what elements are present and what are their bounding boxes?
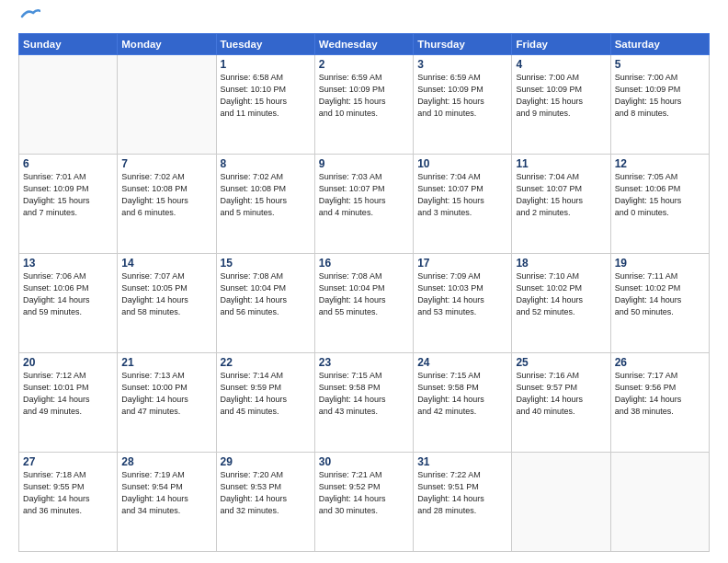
calendar-cell: 21Sunrise: 7:13 AM Sunset: 10:00 PM Dayl… — [118, 353, 216, 453]
day-info: Sunrise: 7:15 AM Sunset: 9:58 PM Dayligh… — [319, 370, 409, 418]
col-header-friday: Friday — [512, 34, 610, 55]
day-info: Sunrise: 7:07 AM Sunset: 10:05 PM Daylig… — [121, 270, 211, 318]
day-info: Sunrise: 7:16 AM Sunset: 9:57 PM Dayligh… — [516, 370, 606, 418]
calendar-cell: 31Sunrise: 7:22 AM Sunset: 9:51 PM Dayli… — [414, 453, 512, 552]
day-number: 8 — [221, 157, 311, 170]
day-info: Sunrise: 7:02 AM Sunset: 10:08 PM Daylig… — [121, 171, 211, 219]
calendar-week-row: 1Sunrise: 6:58 AM Sunset: 10:10 PM Dayli… — [19, 55, 710, 155]
col-header-monday: Monday — [118, 34, 216, 55]
logo-bird-icon — [20, 7, 40, 24]
calendar-cell — [610, 453, 709, 552]
calendar-cell: 12Sunrise: 7:05 AM Sunset: 10:06 PM Dayl… — [610, 155, 709, 254]
day-info: Sunrise: 7:04 AM Sunset: 10:07 PM Daylig… — [516, 171, 606, 219]
calendar-cell: 23Sunrise: 7:15 AM Sunset: 9:58 PM Dayli… — [314, 353, 413, 453]
calendar-cell: 5Sunrise: 7:00 AM Sunset: 10:09 PM Dayli… — [610, 55, 709, 155]
day-number: 2 — [319, 58, 409, 71]
day-info: Sunrise: 6:59 AM Sunset: 10:09 PM Daylig… — [319, 72, 409, 120]
day-number: 20 — [23, 356, 113, 369]
day-info: Sunrise: 7:17 AM Sunset: 9:56 PM Dayligh… — [615, 370, 705, 418]
calendar-cell: 3Sunrise: 6:59 AM Sunset: 10:09 PM Dayli… — [414, 55, 512, 155]
day-number: 31 — [417, 455, 507, 468]
calendar-cell: 11Sunrise: 7:04 AM Sunset: 10:07 PM Dayl… — [512, 155, 610, 254]
day-info: Sunrise: 7:10 AM Sunset: 10:02 PM Daylig… — [516, 270, 606, 318]
calendar-cell: 14Sunrise: 7:07 AM Sunset: 10:05 PM Dayl… — [118, 254, 216, 353]
day-info: Sunrise: 7:09 AM Sunset: 10:03 PM Daylig… — [417, 270, 507, 318]
calendar-header-row: SundayMondayTuesdayWednesdayThursdayFrid… — [19, 34, 710, 55]
day-info: Sunrise: 7:18 AM Sunset: 9:55 PM Dayligh… — [23, 469, 113, 517]
day-number: 10 — [417, 157, 507, 170]
day-number: 16 — [319, 257, 409, 270]
calendar-table: SundayMondayTuesdayWednesdayThursdayFrid… — [18, 33, 710, 552]
day-info: Sunrise: 7:20 AM Sunset: 9:53 PM Dayligh… — [221, 469, 311, 517]
day-info: Sunrise: 6:58 AM Sunset: 10:10 PM Daylig… — [221, 72, 311, 120]
calendar-cell: 16Sunrise: 7:08 AM Sunset: 10:04 PM Dayl… — [314, 254, 413, 353]
day-number: 17 — [417, 257, 507, 270]
day-info: Sunrise: 7:03 AM Sunset: 10:07 PM Daylig… — [319, 171, 409, 219]
day-number: 21 — [121, 356, 211, 369]
day-info: Sunrise: 7:01 AM Sunset: 10:09 PM Daylig… — [23, 171, 113, 219]
day-info: Sunrise: 7:00 AM Sunset: 10:09 PM Daylig… — [615, 72, 705, 120]
calendar-week-row: 20Sunrise: 7:12 AM Sunset: 10:01 PM Dayl… — [19, 353, 710, 453]
calendar-week-row: 6Sunrise: 7:01 AM Sunset: 10:09 PM Dayli… — [19, 155, 710, 254]
day-info: Sunrise: 7:13 AM Sunset: 10:00 PM Daylig… — [121, 370, 211, 418]
calendar-cell: 18Sunrise: 7:10 AM Sunset: 10:02 PM Dayl… — [512, 254, 610, 353]
day-number: 3 — [417, 58, 507, 71]
day-number: 29 — [221, 455, 311, 468]
day-info: Sunrise: 7:08 AM Sunset: 10:04 PM Daylig… — [319, 270, 409, 318]
calendar-cell: 9Sunrise: 7:03 AM Sunset: 10:07 PM Dayli… — [314, 155, 413, 254]
calendar-cell: 28Sunrise: 7:19 AM Sunset: 9:54 PM Dayli… — [118, 453, 216, 552]
calendar-cell: 19Sunrise: 7:11 AM Sunset: 10:02 PM Dayl… — [610, 254, 709, 353]
day-number: 14 — [121, 257, 211, 270]
day-number: 23 — [319, 356, 409, 369]
calendar-week-row: 27Sunrise: 7:18 AM Sunset: 9:55 PM Dayli… — [19, 453, 710, 552]
day-number: 15 — [221, 257, 311, 270]
calendar-cell: 4Sunrise: 7:00 AM Sunset: 10:09 PM Dayli… — [512, 55, 610, 155]
day-info: Sunrise: 6:59 AM Sunset: 10:09 PM Daylig… — [417, 72, 507, 120]
calendar-cell: 26Sunrise: 7:17 AM Sunset: 9:56 PM Dayli… — [610, 353, 709, 453]
col-header-wednesday: Wednesday — [314, 34, 413, 55]
day-number: 30 — [319, 455, 409, 468]
day-info: Sunrise: 7:02 AM Sunset: 10:08 PM Daylig… — [221, 171, 311, 219]
calendar-cell — [512, 453, 610, 552]
day-number: 27 — [23, 455, 113, 468]
day-info: Sunrise: 7:11 AM Sunset: 10:02 PM Daylig… — [615, 270, 705, 318]
calendar-cell: 24Sunrise: 7:15 AM Sunset: 9:58 PM Dayli… — [414, 353, 512, 453]
day-number: 25 — [516, 356, 606, 369]
day-info: Sunrise: 7:19 AM Sunset: 9:54 PM Dayligh… — [121, 469, 211, 517]
col-header-saturday: Saturday — [610, 34, 709, 55]
calendar-cell: 17Sunrise: 7:09 AM Sunset: 10:03 PM Dayl… — [414, 254, 512, 353]
day-info: Sunrise: 7:05 AM Sunset: 10:06 PM Daylig… — [615, 171, 705, 219]
calendar-cell: 27Sunrise: 7:18 AM Sunset: 9:55 PM Dayli… — [19, 453, 118, 552]
day-info: Sunrise: 7:15 AM Sunset: 9:58 PM Dayligh… — [417, 370, 507, 418]
day-number: 12 — [615, 157, 705, 170]
calendar-cell: 10Sunrise: 7:04 AM Sunset: 10:07 PM Dayl… — [414, 155, 512, 254]
day-info: Sunrise: 7:22 AM Sunset: 9:51 PM Dayligh… — [417, 469, 507, 517]
calendar-cell: 13Sunrise: 7:06 AM Sunset: 10:06 PM Dayl… — [19, 254, 118, 353]
day-number: 26 — [615, 356, 705, 369]
day-info: Sunrise: 7:00 AM Sunset: 10:09 PM Daylig… — [516, 72, 606, 120]
calendar-cell: 20Sunrise: 7:12 AM Sunset: 10:01 PM Dayl… — [19, 353, 118, 453]
calendar-week-row: 13Sunrise: 7:06 AM Sunset: 10:06 PM Dayl… — [19, 254, 710, 353]
header — [18, 17, 710, 24]
day-info: Sunrise: 7:08 AM Sunset: 10:04 PM Daylig… — [221, 270, 311, 318]
day-number: 13 — [23, 257, 113, 270]
calendar-cell: 6Sunrise: 7:01 AM Sunset: 10:09 PM Dayli… — [19, 155, 118, 254]
day-info: Sunrise: 7:06 AM Sunset: 10:06 PM Daylig… — [23, 270, 113, 318]
day-number: 1 — [221, 58, 311, 71]
calendar-cell — [118, 55, 216, 155]
calendar-cell: 29Sunrise: 7:20 AM Sunset: 9:53 PM Dayli… — [216, 453, 314, 552]
day-number: 28 — [121, 455, 211, 468]
day-number: 4 — [516, 58, 606, 71]
page: SundayMondayTuesdayWednesdayThursdayFrid… — [0, 0, 728, 563]
day-number: 24 — [417, 356, 507, 369]
calendar-cell: 22Sunrise: 7:14 AM Sunset: 9:59 PM Dayli… — [216, 353, 314, 453]
calendar-cell: 2Sunrise: 6:59 AM Sunset: 10:09 PM Dayli… — [314, 55, 413, 155]
calendar-cell: 1Sunrise: 6:58 AM Sunset: 10:10 PM Dayli… — [216, 55, 314, 155]
calendar-cell — [19, 55, 118, 155]
day-info: Sunrise: 7:04 AM Sunset: 10:07 PM Daylig… — [417, 171, 507, 219]
day-number: 6 — [23, 157, 113, 170]
day-number: 18 — [516, 257, 606, 270]
day-number: 22 — [221, 356, 311, 369]
calendar-cell: 7Sunrise: 7:02 AM Sunset: 10:08 PM Dayli… — [118, 155, 216, 254]
calendar-cell: 25Sunrise: 7:16 AM Sunset: 9:57 PM Dayli… — [512, 353, 610, 453]
